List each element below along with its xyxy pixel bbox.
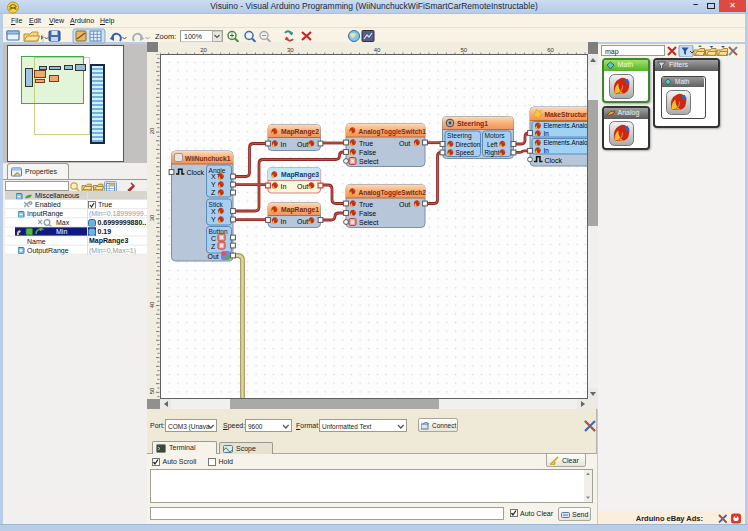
svg-text:X: X (211, 208, 216, 215)
svg-text:50: 50 (460, 47, 467, 53)
svg-text:Steering: Steering (447, 132, 472, 140)
svg-text:30: 30 (287, 47, 294, 53)
svg-text:Z: Z (211, 189, 216, 196)
svg-text:Elements.Analog1: Elements.Analog1 (544, 122, 588, 130)
svg-text:Out: Out (297, 183, 308, 190)
svg-text:Y: Y (211, 181, 216, 188)
svg-text:Z: Z (211, 243, 216, 250)
svg-text:Select: Select (359, 158, 379, 165)
svg-text:Left: Left (487, 141, 498, 148)
svg-text:False: False (359, 149, 376, 156)
svg-text:In: In (544, 130, 550, 137)
svg-text:In: In (281, 218, 287, 225)
svg-text:20: 20 (149, 127, 155, 134)
svg-text:MapRange3: MapRange3 (281, 171, 319, 179)
svg-text:40: 40 (374, 47, 381, 53)
svg-text:Out: Out (297, 141, 308, 148)
svg-text:Out: Out (399, 140, 410, 147)
svg-text:X: X (211, 173, 216, 180)
svg-text:Motors: Motors (485, 132, 506, 139)
svg-text:40: 40 (149, 301, 155, 308)
svg-text:30: 30 (149, 214, 155, 221)
svg-text:True: True (359, 140, 373, 147)
svg-text:MapRange2: MapRange2 (281, 128, 319, 136)
svg-text:In: In (281, 141, 287, 148)
svg-text:Clock: Clock (545, 157, 563, 164)
svg-text:20: 20 (200, 47, 207, 53)
svg-text:MapRange1: MapRange1 (281, 206, 319, 214)
svg-text:50: 50 (149, 387, 155, 394)
svg-text:Out: Out (399, 201, 410, 208)
svg-text:Speed: Speed (456, 149, 475, 157)
svg-text:C: C (211, 235, 216, 242)
svg-text:100%: 100% (184, 33, 202, 40)
svg-text:Out: Out (208, 253, 219, 260)
svg-text:AnalogToggleSwitch1: AnalogToggleSwitch1 (359, 128, 427, 136)
svg-text:MakeStructure1: MakeStructure1 (545, 111, 588, 118)
svg-text:Right: Right (485, 149, 500, 157)
svg-text:Select: Select (359, 219, 379, 226)
svg-text:Clock: Clock (187, 169, 205, 176)
svg-text:60: 60 (547, 47, 554, 53)
svg-text:In: In (281, 183, 287, 190)
svg-text:Elements.Analog2: Elements.Analog2 (544, 139, 588, 147)
svg-text:In: In (544, 147, 550, 154)
svg-text:Out: Out (297, 218, 308, 225)
svg-text:Stick: Stick (209, 201, 224, 208)
svg-text:Direction: Direction (456, 141, 481, 148)
svg-text:Y: Y (211, 216, 216, 223)
svg-text:AnalogToggleSwitch2: AnalogToggleSwitch2 (359, 189, 427, 197)
svg-text:True: True (359, 201, 373, 208)
svg-text:False: False (359, 210, 376, 217)
svg-text:Steering1: Steering1 (457, 120, 488, 128)
svg-text:Zoom:: Zoom: (155, 32, 176, 41)
svg-text:WiiNunchuck1: WiiNunchuck1 (185, 155, 231, 162)
